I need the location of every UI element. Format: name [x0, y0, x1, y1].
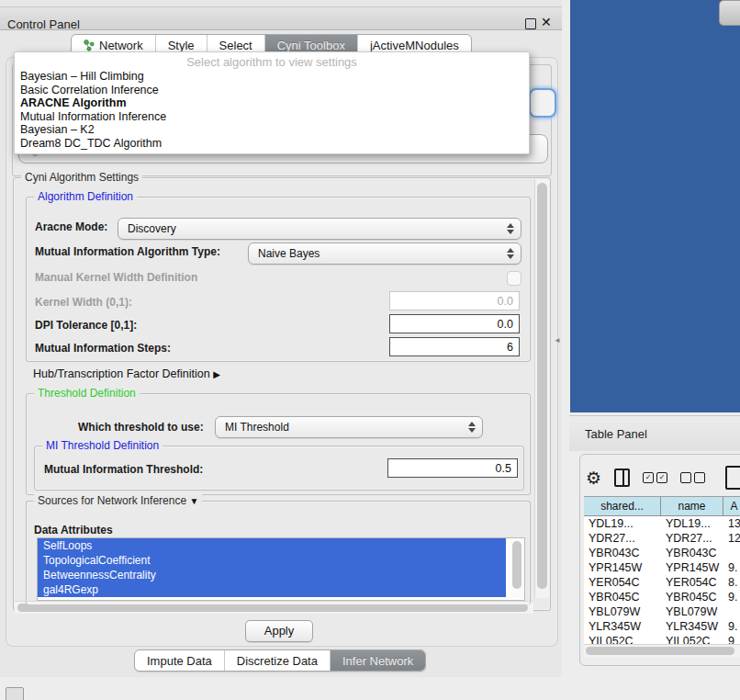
scrollbar-thumb[interactable] [537, 183, 547, 589]
table-row[interactable]: YPR145WYPR145W9. [584, 560, 740, 575]
gear-icon[interactable]: ⚙ [586, 469, 601, 487]
algorithm-combobox-fragment[interactable] [529, 88, 556, 118]
data-attributes-list: SelfLoopsTopologicalCoefficientBetweenne… [37, 537, 525, 601]
table-row[interactable]: YBL079WYBL079W [584, 604, 740, 619]
scrollbar-thumb[interactable] [17, 604, 528, 612]
table-cell: YDR27... [661, 531, 723, 546]
tab-infer-network[interactable]: Infer Network [331, 650, 425, 671]
table-row[interactable]: YDR27...YDR27...12 [584, 531, 740, 546]
table-cell: YPR145W [661, 560, 723, 575]
table-cell: 12 [723, 531, 740, 546]
sources-title[interactable]: Sources for Network Inference ▼ [34, 494, 202, 507]
mi-threshold-definition-title: MI Threshold Definition [42, 439, 163, 452]
hub-definition-disclosure[interactable]: Hub/Transcription Factor Definition ▶ [33, 367, 220, 380]
which-threshold-label: Which threshold to use: [78, 421, 204, 434]
settings-vertical-scrollbar[interactable] [534, 179, 549, 598]
network-view-frame: GALGAL80GAL10GAL1GAL11SWI4GAL4GCY1HAP4YH… [570, 0, 740, 412]
expanded-arrow-icon: ▼ [189, 496, 198, 506]
table-panel: ⚙ ✓✓ shared...nameA YDL19...YDL19...13YD… [579, 454, 740, 666]
mi-steps-field[interactable]: 6 [389, 337, 520, 356]
table-horizontal-scrollbar[interactable] [584, 644, 740, 657]
table-panel-title: Table Panel [585, 427, 647, 441]
new-table-icon[interactable] [725, 466, 740, 490]
list-scrollbar[interactable] [511, 539, 523, 598]
mi-threshold-label: Mutual Information Threshold: [44, 463, 203, 476]
table-row[interactable]: YDL19...YDL19...13 [584, 516, 740, 531]
table-cell: 9 [723, 634, 740, 644]
table-cell: YER054C [661, 575, 723, 590]
algorithm-dropdown-placeholder: Select algorithm to view settings [15, 52, 529, 70]
table-row[interactable]: YER054CYER054C8. [584, 575, 740, 590]
table-cell [723, 546, 740, 560]
deselect-all-checkboxes-icon[interactable] [680, 472, 705, 483]
background-window-fragment [719, 0, 740, 26]
table-cell: YDR27... [584, 531, 661, 546]
table-cell: YBL079W [661, 604, 723, 619]
column-header[interactable]: shared... [584, 497, 661, 515]
table-cell: YER054C [584, 575, 661, 590]
tab-impute-data[interactable]: Impute Data [135, 650, 225, 671]
kernel-width-field[interactable]: 0.0 [389, 291, 520, 310]
close-icon[interactable]: ✕ [541, 15, 552, 29]
mi-threshold-definition-group: MI Threshold Definition Mutual Informati… [34, 446, 524, 491]
manual-kernel-checkbox[interactable] [507, 271, 521, 286]
dpi-tolerance-label: DPI Tolerance [0,1]: [35, 319, 137, 332]
algorithm-option[interactable]: Bayesian – K2 [15, 123, 529, 137]
scrollbar-thumb[interactable] [512, 541, 521, 589]
algorithm-option[interactable]: Basic Correlation Inference [15, 84, 529, 97]
table-cell: 13 [723, 516, 740, 531]
dpi-tolerance-field[interactable]: 0.0 [389, 314, 520, 333]
table-panel-titlebar: Table Panel [569, 415, 740, 451]
table-row[interactable]: YBR043CYBR043C [584, 546, 740, 560]
mi-type-label: Mutual Information Algorithm Type: [35, 245, 220, 258]
table-row[interactable]: YLR345WYLR345W9. [584, 619, 740, 634]
table-cell: YBR043C [584, 546, 661, 560]
attribute-list-item[interactable]: TopologicalCoefficient [38, 553, 506, 568]
which-threshold-combobox[interactable]: MI Threshold [215, 416, 483, 438]
spinner-arrows-icon [507, 248, 514, 259]
table-toolbar: ⚙ ✓✓ [586, 460, 740, 495]
table-cell: YDL19... [661, 516, 723, 531]
algorithm-option[interactable]: Mutual Information Inference [15, 110, 529, 124]
aracne-mode-combobox[interactable]: Discovery [118, 218, 521, 240]
attribute-list-item[interactable]: BetweennessCentrality [38, 568, 506, 582]
algorithm-option[interactable]: ARACNE Algorithm [15, 96, 529, 110]
select-all-checkboxes-icon[interactable]: ✓✓ [643, 472, 667, 483]
collapsed-arrow-icon: ▶ [213, 369, 220, 379]
column-header[interactable]: A [723, 497, 740, 515]
tab-discretize-data[interactable]: Discretize Data [225, 650, 331, 671]
manual-kernel-label: Manual Kernel Width Definition [35, 271, 197, 284]
panel-collapse-arrow-icon[interactable]: ◄ [554, 336, 561, 344]
algorithm-option[interactable]: Bayesian – Hill Climbing [15, 70, 529, 84]
table-cell: 9. [723, 619, 740, 634]
mi-threshold-field[interactable]: 0.5 [387, 458, 518, 478]
attribute-list-item[interactable]: SelfLoops [38, 538, 506, 553]
algorithm-option[interactable]: Dream8 DC_TDC Algorithm [15, 137, 529, 151]
minimized-panel-icon[interactable] [6, 687, 24, 700]
settings-group-title: Cyni Algorithm Settings [21, 171, 142, 184]
panel-title: Control Panel [7, 17, 80, 31]
apply-button[interactable]: Apply [245, 620, 313, 642]
table-cell: YLR345W [661, 619, 723, 634]
screen: Control Panel ✕ Network Style Select Cyn… [0, 0, 740, 700]
table-cell: 8. [723, 575, 740, 590]
control-panel: Control Panel ✕ Network Style Select Cyn… [0, 0, 562, 677]
mi-algorithm-type-combobox[interactable]: Naive Bayes [248, 243, 521, 265]
table-cell: YIL052C [584, 634, 661, 644]
scrollbar-thumb[interactable] [586, 647, 734, 655]
table-cell: YBR045C [661, 590, 723, 604]
column-header[interactable]: name [661, 497, 723, 515]
aracne-mode-label: Aracne Mode: [35, 220, 107, 233]
columns-icon[interactable] [614, 469, 630, 487]
table-row[interactable]: YBR045CYBR045C9. [584, 590, 740, 604]
attribute-list-item[interactable]: gal4RGexp [38, 582, 506, 597]
table-cell: YBL079W [584, 604, 661, 619]
table-cell: YBR045C [584, 590, 661, 604]
table-row[interactable]: YIL052CYIL052C9 [584, 634, 740, 644]
table-cell: YIL052C [661, 634, 723, 644]
table-cell: YPR145W [584, 560, 661, 575]
float-window-icon[interactable] [525, 18, 536, 29]
data-attributes-label: Data Attributes [34, 524, 113, 536]
threshold-definition-group: Threshold Definition Which threshold to … [26, 393, 531, 495]
table-header-row: shared...nameA [584, 497, 740, 516]
